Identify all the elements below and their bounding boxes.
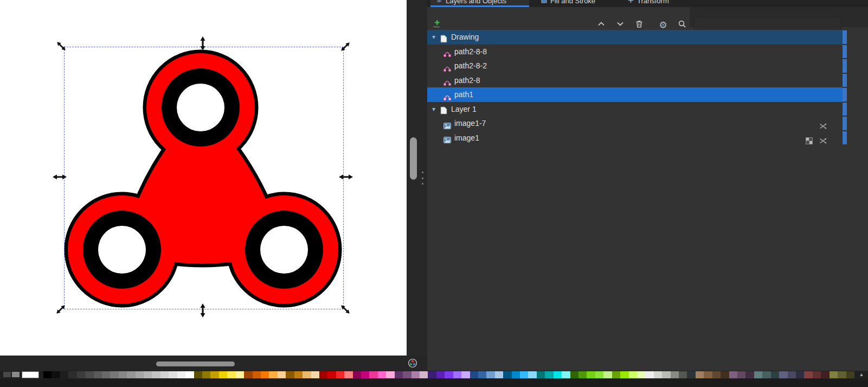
- drawing-canvas[interactable]: [0, 0, 407, 356]
- palette-swatch[interactable]: [671, 371, 679, 378]
- expander-icon[interactable]: ▾: [429, 102, 438, 117]
- palette-swatch[interactable]: [294, 371, 303, 378]
- palette-swatch[interactable]: [578, 371, 587, 378]
- row-color-tag[interactable]: [843, 117, 847, 130]
- palette-swatch[interactable]: [545, 371, 553, 378]
- tab-fill-and-stroke[interactable]: Fill and Stroke: [536, 0, 609, 7]
- palette-swatch[interactable]: [662, 371, 670, 378]
- palette-swatch[interactable]: [679, 371, 687, 378]
- palette-swatch[interactable]: [562, 371, 570, 378]
- palette-swatch[interactable]: [119, 371, 127, 378]
- palette-swatch[interactable]: [554, 371, 562, 378]
- color-profile-icon[interactable]: [408, 358, 417, 370]
- palette-swatch[interactable]: [620, 371, 628, 378]
- palette-swatch[interactable]: [219, 371, 227, 378]
- palette-swatch[interactable]: [412, 371, 420, 378]
- palette-swatch[interactable]: [378, 371, 386, 378]
- palette-swatch[interactable]: [361, 371, 369, 378]
- object-row-drawing[interactable]: ▾ Drawing: [427, 30, 843, 45]
- object-row-path2-8-8[interactable]: path2-8-8: [427, 45, 843, 59]
- palette-swatch[interactable]: [461, 371, 470, 378]
- palette-swatch[interactable]: [445, 371, 453, 378]
- palette-swatch[interactable]: [3, 372, 11, 377]
- palette-swatch[interactable]: [202, 371, 210, 378]
- palette-swatch[interactable]: [236, 371, 244, 378]
- palette-swatch[interactable]: [152, 371, 160, 378]
- palette-swatch[interactable]: [136, 371, 144, 378]
- palette-swatch[interactable]: [227, 371, 235, 378]
- palette-swatch[interactable]: [687, 371, 695, 378]
- palette-swatch[interactable]: [261, 371, 269, 378]
- object-row-image1[interactable]: image1: [427, 131, 843, 145]
- selection-handle-top[interactable]: [200, 36, 205, 50]
- palette-swatch[interactable]: [470, 371, 478, 378]
- palette-swatch[interactable]: [495, 371, 503, 378]
- palette-swatch[interactable]: [60, 371, 68, 378]
- row-color-tag[interactable]: [843, 88, 847, 101]
- palette-swatch[interactable]: [278, 371, 286, 378]
- palette-swatch[interactable]: [428, 371, 436, 378]
- row-color-tag[interactable]: [843, 59, 847, 73]
- palette-swatch[interactable]: [788, 371, 796, 378]
- palette-swatch[interactable]: [587, 371, 595, 378]
- row-color-tag[interactable]: [843, 74, 847, 87]
- blend-mode-icon[interactable]: [806, 135, 814, 142]
- palette-swatch[interactable]: [94, 371, 102, 378]
- object-row-path2-8[interactable]: path2-8: [427, 73, 843, 88]
- palette-swatch[interactable]: [12, 372, 20, 377]
- palette-swatch[interactable]: [160, 371, 169, 378]
- object-row-path2-8-2[interactable]: path2-8-2: [427, 59, 843, 73]
- palette-swatch[interactable]: [369, 371, 377, 378]
- palette-swatch[interactable]: [102, 371, 110, 378]
- palette-swatch[interactable]: [395, 371, 403, 378]
- palette-swatch[interactable]: [52, 371, 60, 378]
- palette-swatch[interactable]: [754, 371, 762, 378]
- palette-swatch[interactable]: [43, 371, 52, 378]
- palette-swatch[interactable]: [319, 371, 327, 378]
- palette-swatch[interactable]: [721, 371, 729, 378]
- palette-swatch[interactable]: [846, 371, 854, 378]
- palette-swatch[interactable]: [821, 371, 829, 378]
- row-color-tag[interactable]: [843, 30, 847, 44]
- canvas-horizontal-scrollbar[interactable]: [156, 361, 235, 366]
- palette-swatch[interactable]: [353, 371, 361, 378]
- palette-swatch[interactable]: [595, 371, 603, 378]
- palette-swatch[interactable]: [68, 371, 76, 378]
- palette-swatch[interactable]: [570, 371, 578, 378]
- palette-swatch[interactable]: [503, 371, 511, 378]
- object-row-path1[interactable]: path1: [427, 87, 843, 102]
- palette-swatch[interactable]: [85, 371, 93, 378]
- palette-swatch[interactable]: [528, 371, 536, 378]
- palette-swatch[interactable]: [645, 371, 653, 378]
- palette-swatch[interactable]: [336, 371, 344, 378]
- canvas-vertical-scrollbar[interactable]: [410, 137, 417, 180]
- palette-swatch[interactable]: [127, 371, 135, 378]
- object-row-layer-1[interactable]: ▾ Layer 1: [427, 102, 843, 117]
- tab-transform[interactable]: Transform: [622, 0, 682, 7]
- palette-swatch[interactable]: [344, 371, 352, 378]
- palette-swatch[interactable]: [729, 371, 737, 378]
- palette-swatch[interactable]: [286, 371, 294, 378]
- palette-swatch[interactable]: [712, 371, 721, 378]
- hidden-icon[interactable]: [819, 135, 827, 142]
- palette-swatch[interactable]: [830, 371, 838, 378]
- palette-swatch[interactable]: [269, 371, 277, 378]
- palette-swatch[interactable]: [537, 371, 545, 378]
- palette-swatch[interactable]: [654, 371, 662, 378]
- palette-swatch[interactable]: [771, 371, 779, 378]
- palette-swatch[interactable]: [77, 371, 85, 378]
- palette-swatch[interactable]: [813, 371, 821, 378]
- row-color-tag[interactable]: [843, 45, 847, 59]
- palette-swatch[interactable]: [420, 371, 428, 378]
- palette-swatch[interactable]: [629, 371, 637, 378]
- palette-swatch[interactable]: [520, 371, 528, 378]
- palette-swatch[interactable]: [403, 371, 411, 378]
- panel-resize-handle[interactable]: [420, 172, 425, 185]
- palette-swatch[interactable]: [486, 371, 494, 378]
- palette-swatch[interactable]: [838, 371, 846, 378]
- palette-swatch[interactable]: [745, 371, 754, 378]
- palette-swatch[interactable]: [796, 371, 804, 378]
- palette-swatch[interactable]: [210, 371, 218, 378]
- palette-swatch[interactable]: [696, 371, 704, 378]
- hidden-icon[interactable]: [819, 120, 827, 127]
